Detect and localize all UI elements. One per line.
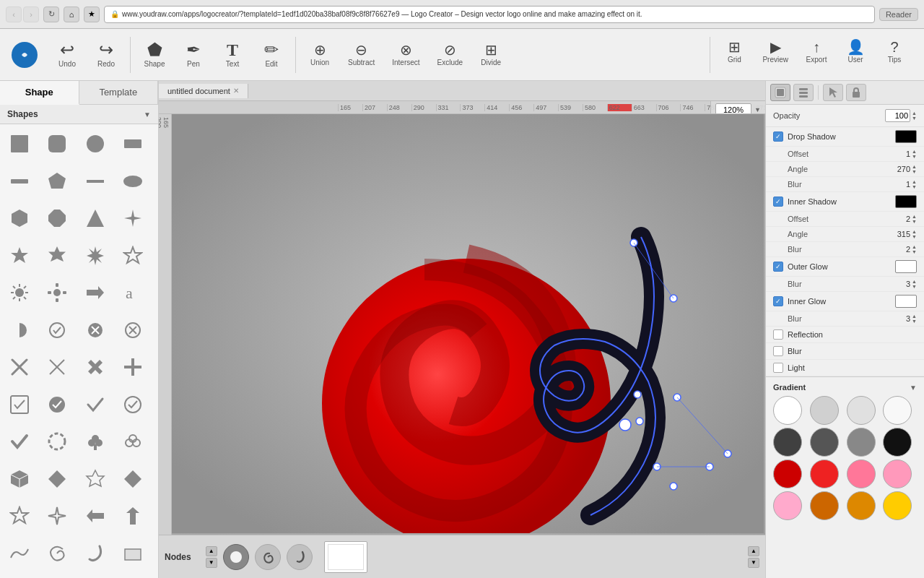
is-angle-down[interactable]: ▼	[912, 234, 917, 239]
redo-button[interactable]: ↪ Redo	[88, 38, 124, 71]
shape-star-fancy[interactable]	[42, 501, 72, 531]
gradient-swatch-9[interactable]	[810, 460, 839, 488]
gradient-swatch-8[interactable]	[773, 460, 802, 488]
opacity-down[interactable]: ▼	[912, 116, 917, 121]
shape-triangle[interactable]	[80, 203, 110, 233]
angle-down[interactable]: ▼	[912, 169, 917, 174]
node-hook-tool[interactable]	[287, 544, 313, 570]
gradient-swatch-5[interactable]	[810, 428, 839, 457]
home-button[interactable]: ⌂	[64, 7, 79, 22]
divide-button[interactable]: ⊞ Divide	[473, 40, 509, 69]
close-tab-button[interactable]: ✕	[233, 87, 239, 95]
grid-button[interactable]: ⊞ Grid	[716, 37, 752, 73]
shape-club[interactable]	[80, 426, 110, 457]
shape-ring[interactable]	[42, 426, 72, 457]
gradient-swatch-11[interactable]	[883, 460, 912, 488]
gradient-swatch-6[interactable]	[847, 428, 876, 457]
node-select-tool[interactable]	[223, 544, 249, 570]
inner-shadow-color[interactable]	[895, 195, 917, 208]
edit-tool-button[interactable]: ✏ Edit	[253, 38, 289, 71]
shape-half-circle[interactable]	[4, 315, 35, 345]
is-offset-down[interactable]: ▼	[912, 219, 917, 224]
gradient-swatch-12[interactable]	[773, 491, 802, 520]
shape-arrow-left[interactable]	[80, 501, 110, 531]
shape-check-big[interactable]	[4, 426, 35, 457]
panel-color-button[interactable]	[770, 84, 790, 101]
drop-shadow-color[interactable]	[895, 130, 917, 143]
gradient-swatch-0[interactable]	[773, 396, 802, 425]
shape-star5[interactable]	[4, 241, 35, 271]
ig-blur-up[interactable]: ▲	[912, 314, 917, 319]
shape-check-outline[interactable]	[118, 389, 148, 420]
reader-button[interactable]: Reader	[879, 8, 918, 21]
tab-template[interactable]: Template	[79, 81, 159, 104]
shape-square[interactable]	[4, 129, 35, 159]
og-blur-up[interactable]: ▲	[912, 279, 917, 284]
reload-button[interactable]: ↻	[43, 7, 59, 22]
shape-star5-outline[interactable]	[4, 501, 35, 531]
node-up-button[interactable]: ▲	[206, 546, 217, 556]
inner-glow-color[interactable]	[895, 295, 917, 308]
shape-arrow-right[interactable]	[80, 277, 110, 308]
shape-star-outline[interactable]	[118, 241, 148, 271]
panel-layers-button[interactable]	[793, 84, 814, 101]
pen-tool-button[interactable]: ✒ Pen	[175, 38, 212, 71]
shape-checkbox[interactable]	[4, 389, 35, 420]
tab-shape[interactable]: Shape	[0, 81, 79, 105]
gradient-swatch-2[interactable]	[847, 396, 876, 425]
gradient-swatch-1[interactable]	[810, 396, 839, 425]
shape-spiral[interactable]	[42, 538, 72, 569]
blur-down-ds[interactable]: ▼	[912, 184, 917, 189]
intersect-button[interactable]: ⊗ Intersect	[385, 40, 427, 69]
shape-x-thin[interactable]	[42, 352, 72, 382]
shape-checkmark[interactable]	[80, 389, 110, 420]
scroll-up-button[interactable]: ▲	[748, 546, 759, 556]
text-tool-button[interactable]: T Text	[214, 38, 250, 71]
gradient-swatch-10[interactable]	[847, 460, 876, 488]
shape-x-outline[interactable]	[118, 315, 148, 345]
shape-dash[interactable]	[80, 166, 110, 197]
shape-rounded-rect[interactable]	[42, 129, 72, 159]
gradient-swatch-15[interactable]	[883, 491, 912, 520]
opacity-up[interactable]: ▲	[912, 111, 917, 116]
node-down-button[interactable]: ▼	[206, 558, 217, 568]
back-button[interactable]: ‹	[6, 7, 22, 22]
shape-diamond-3d[interactable]	[42, 464, 72, 494]
shape-x-star[interactable]	[118, 352, 148, 382]
shape-sun[interactable]	[4, 277, 35, 308]
shape-wave[interactable]	[4, 538, 35, 569]
union-button[interactable]: ⊕ Union	[302, 40, 338, 69]
shape-diamond[interactable]	[118, 464, 148, 494]
export-button[interactable]: ↑ Export	[798, 37, 834, 73]
scroll-down-button[interactable]: ▼	[748, 558, 759, 568]
shape-check-circle[interactable]	[42, 389, 72, 420]
reflection-checkbox[interactable]	[773, 329, 783, 340]
offset-up[interactable]: ▲	[912, 149, 917, 154]
shape-box-3d[interactable]	[4, 464, 35, 494]
shape-club-outline[interactable]	[118, 426, 148, 457]
ig-blur-down[interactable]: ▼	[912, 319, 917, 324]
offset-down[interactable]: ▼	[912, 154, 917, 159]
bookmark-button[interactable]: ★	[84, 7, 100, 22]
shape-letter-a[interactable]: a	[118, 277, 148, 308]
angle-up[interactable]: ▲	[912, 164, 917, 169]
shape-star6[interactable]	[42, 241, 72, 271]
blur-checkbox[interactable]	[773, 346, 783, 356]
forward-button[interactable]: ›	[23, 7, 39, 22]
drop-shadow-checkbox[interactable]: ✓	[773, 131, 783, 142]
gradient-swatch-3[interactable]	[883, 396, 912, 425]
is-blur-up[interactable]: ▲	[912, 244, 917, 249]
shape-tool-button[interactable]: ⬟ Shape	[136, 38, 173, 71]
logo-artwork[interactable]	[172, 114, 764, 533]
zoom-down-arrow[interactable]: ▼	[754, 106, 761, 113]
zoom-input[interactable]	[715, 103, 751, 114]
canvas-scroll[interactable]	[172, 114, 765, 535]
gradient-swatch-14[interactable]	[847, 491, 876, 520]
subtract-button[interactable]: ⊖ Subtract	[341, 40, 382, 69]
exclude-button[interactable]: ⊘ Exclude	[430, 40, 471, 69]
shape-thin-rect[interactable]	[4, 166, 35, 197]
gradient-swatch-7[interactable]	[883, 428, 912, 457]
panel-cursor-button[interactable]	[823, 84, 843, 101]
shape-x-thick[interactable]	[80, 352, 110, 382]
outer-glow-checkbox[interactable]: ✓	[773, 262, 783, 272]
